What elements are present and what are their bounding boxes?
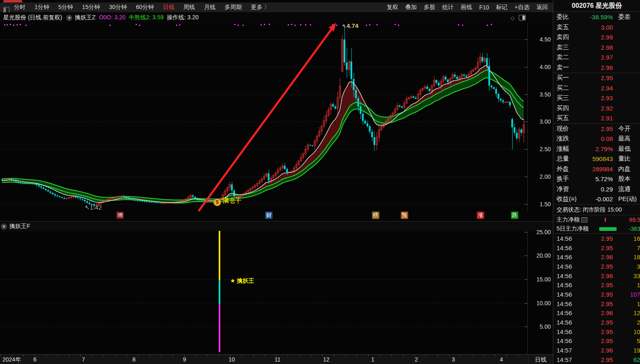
tns-row: 14:562.95169 [553,234,640,243]
tns-time: 14:56 [557,328,572,335]
bid-5-label: 买五 [557,114,569,122]
split-pane-icon[interactable] [519,15,526,21]
menu-item-周线[interactable]: 周线 [183,4,195,11]
bid-1[interactable]: 买一2.95 [553,73,640,83]
menu-item-画线[interactable]: 画线 [461,4,472,11]
diamond-icon[interactable]: ◇ [511,15,515,21]
menu-item-15分钟[interactable]: 15分钟 [82,4,100,11]
ask-5-label: 卖五 [557,23,569,31]
menu-item-60分钟[interactable]: 60分钟 [136,4,154,11]
tns-time: 14:56 [557,253,572,260]
bid-levels: 买一2.95买二2.94买三2.93买四2.92买五2.91 [553,73,640,124]
info-label2: 今开 [618,125,631,133]
month-label-3: 3 [452,356,455,363]
ask-1-label: 卖一 [557,64,569,71]
period-label-cell[interactable]: 日线 [528,354,553,364]
tns-volume: 120 [615,309,640,316]
tns-volume: 621 [615,356,640,363]
ask-2[interactable]: 卖二2.97 [553,53,640,63]
ask-4[interactable]: 卖四2.99 [553,32,640,43]
month-label-10: 10 [229,356,235,363]
tns-volume: 12 [615,300,640,307]
menu-item-返回[interactable]: 返回 [536,4,548,11]
ask-3[interactable]: 卖三2.98 [553,42,640,53]
tns-volume: 101 [615,328,640,335]
indicator-field: 操作线: 3.20 [167,14,199,21]
event-tag-增[interactable]: 增 [116,212,124,219]
info-label2: 最低 [618,145,631,153]
tns-row: 14:562.96120 [553,309,640,318]
tns-time: 14:56 [557,300,572,307]
ask-1[interactable]: 卖一2.96 [553,62,640,73]
money-bag-icon: $ [213,198,221,206]
bid-2[interactable]: 买二2.94 [553,83,640,93]
event-tag-榜[interactable]: 榜 [372,212,379,219]
sub-indicator-name[interactable]: 擒妖王F [9,223,30,230]
menu-item-复权[interactable]: 复权 [387,4,398,11]
event-tag-跌[interactable]: 跌 [511,212,518,219]
sub-tick: 25.00 [536,229,551,235]
tns-price: 2.96 [592,253,613,260]
month-label-4: 4 [500,356,503,363]
list-icon[interactable] [581,217,587,223]
annotation-arrow-icon: ↖ [342,23,347,29]
menu-item-月线[interactable]: 月线 [204,4,215,11]
chevron-down-icon[interactable]: ▼ [1,223,7,230]
tns-price: 2.95 [592,291,613,298]
time-and-sales: 14:562.9516914:562.957314:562.9618714:56… [553,234,640,364]
layout-toggle-icon[interactable] [3,7,9,13]
menu-item-统计[interactable]: 统计 [442,4,454,11]
month-label-11: 11 [275,356,281,363]
tns-time: 14:56 [557,244,572,251]
candlestick-canvas[interactable] [0,23,527,212]
flow-label: 5日主力净额 [557,225,589,233]
menu-item-多周期[interactable]: 多周期 [224,4,242,11]
tns-time: 14:56 [557,235,572,242]
tns-price: 2.95 [592,263,613,270]
stock-code-name: 002076 星光股份 [553,0,640,12]
event-tag-涨[interactable]: 涨 [477,212,484,219]
tns-price: 2.95 [592,244,613,251]
tns-price: 2.95 [592,337,613,344]
tns-price: 2.96 [592,309,613,316]
chevron-down-icon[interactable]: ▼ [66,15,72,21]
info-value: -0.002 [576,196,613,203]
tns-volume: 190 [615,347,640,354]
event-tag-预[interactable]: 预 [401,212,408,219]
info-label: 外盘 [557,165,569,173]
event-tag-财[interactable]: 财 [265,212,273,219]
menu-item-叠加[interactable]: 叠加 [405,4,417,11]
indicator-values: O0O: 3.20牛熊线2: 3.59操作线: 3.20 [99,14,202,21]
menu-item-分时[interactable]: 分时 [14,4,25,11]
tns-time: 14:56 [557,309,572,316]
ask-levels: 卖五3.00卖四2.99卖三2.98卖二2.97卖一2.96 [553,22,640,73]
menu-item-1分钟[interactable]: 1分钟 [35,4,49,11]
menu-item-F10[interactable]: F10 [479,4,489,11]
peak-price-annotation: ↖4.74 [342,22,358,30]
bid-4[interactable]: 买四2.92 [553,103,640,113]
menu-item-30分钟[interactable]: 30分钟 [109,4,127,11]
info-label: 净资 [557,185,569,193]
menu-item-标记[interactable]: 标记 [496,4,508,11]
tns-row: 14:562.9531 [553,262,640,271]
ask-1-price: 2.96 [592,64,613,71]
sub-indicator-canvas[interactable] [0,231,527,354]
trading-app-window: 分时1分钟5分钟15分钟30分钟60分钟日线周线月线多周期更多 〉 复权叠加多股… [0,0,640,364]
main-candlestick-chart[interactable]: ↖4.74 ↖1.42 $满仓干 增财榜预涨跌 [0,23,528,212]
ask-5[interactable]: 卖五3.00 [553,22,640,32]
menu-item-5分钟[interactable]: 5分钟 [58,4,73,11]
tns-row: 14:562.9573 [553,243,640,253]
tns-row: 14:572.95621 [553,355,640,364]
indicator-name[interactable]: 擒妖王Z [75,14,96,21]
tns-time: 14:56 [557,319,572,326]
ask-4-label: 卖四 [557,33,569,41]
bid-5[interactable]: 买五2.91 [553,113,640,124]
bid-3[interactable]: 买三2.93 [553,93,640,104]
menu-item-多股[interactable]: 多股 [424,4,435,11]
menu-item-+自选[interactable]: +自选 [515,4,529,11]
menu-item-日线[interactable]: 日线 [163,4,174,11]
tns-time: 14:57 [557,356,572,363]
sub-indicator-panel[interactable] [0,231,528,354]
menu-item-更多 〉[interactable]: 更多 〉 [251,4,270,11]
info-row-涨幅: 涨幅2.79%最低 [553,144,640,154]
